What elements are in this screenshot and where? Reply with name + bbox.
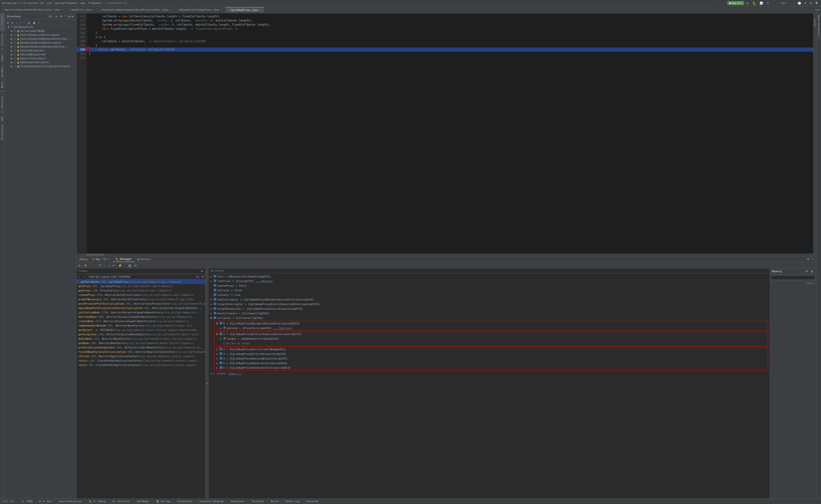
frame-item-11[interactable]: getObject:-1, 497208183 (org.springframe…	[77, 328, 205, 332]
var-arrow-cb-3[interactable]: ▶	[216, 352, 219, 356]
tree-item-1[interactable]: ▶ C 🔒 StaticUnadvisedInterceptor	[5, 33, 76, 37]
var-arrow-rootclass[interactable]: ▶	[210, 279, 213, 283]
vtab-database[interactable]: Database	[0, 64, 5, 79]
var-cb-5[interactable]: ▶ ≡ 5 = {CglibAopProxy$EqualsInterceptor…	[214, 361, 767, 366]
debug-tab-debugger[interactable]: 🐛 Debugger	[113, 257, 135, 262]
frame-item-16[interactable]: finishBeanFactoryInitialization:918, Abs…	[77, 350, 205, 354]
tree-item-4[interactable]: ▶ C 🔒 DynamicUnadvisedExposedInterp...	[5, 45, 76, 49]
var-maincallbacks[interactable]: ▶ ≡ mainCallbacks = {Callback[7]@2581}	[208, 311, 770, 316]
tree-collapse-btn[interactable]: ⊟	[10, 21, 14, 24]
frame-item-12[interactable]: getSingleton:234, DefaultSingletonBeanRe…	[77, 332, 205, 337]
debug-minimize-btn[interactable]: —	[810, 257, 815, 261]
debug-stop-btn[interactable]: ■	[89, 263, 93, 268]
vtab-maven[interactable]: 2: Maven	[0, 79, 5, 94]
tree-item-7[interactable]: ▶ C 🔒 EqualsInterceptor	[5, 56, 76, 60]
run-btn[interactable]: ▶	[746, 0, 750, 6]
breadcrumb-aop[interactable]: aop	[80, 2, 85, 5]
var-this[interactable]: ▶ ≡ this = {ObjenesisGlibAopProxy@2553}	[208, 274, 770, 279]
tab-close-4[interactable]: ×	[221, 9, 223, 11]
frame-item-13[interactable]: doGetBean:333, AbstractBeanFactory (org.…	[77, 337, 205, 341]
var-arrow-cb-5[interactable]: ▶	[216, 362, 219, 365]
tree-locate-btn[interactable]: ◎	[15, 21, 19, 24]
profile-btn[interactable]: ⏱	[765, 1, 770, 5]
search-btn[interactable]: 🔍	[814, 1, 820, 5]
var-arrow-maincallbacks[interactable]: ▶	[210, 312, 213, 315]
var-arrow-0-advised[interactable]: ▶	[220, 326, 222, 330]
frame-item-18[interactable]: <init>:144, ClassPathXmlApplicationConte…	[77, 359, 205, 363]
var-cb-2[interactable]: ▶ ≡ 2 = {CglibAopProxy$SerializableNoOp@…	[214, 347, 767, 352]
tree-item-3[interactable]: ▶ C 🔒 DynamicUnadvisedInterceptor	[5, 41, 76, 45]
var-aopinterceptor[interactable]: ▶ ≡ aopInterceptor = {CglibAopProxy$Dyna…	[208, 297, 770, 302]
tree-item-5[interactable]: ▶ C 🔒 StaticDispatcher	[5, 49, 76, 53]
status-run[interactable]: ▶ 4: Run	[39, 500, 52, 503]
tab-menu-btn[interactable]: ≡ ▾	[814, 8, 821, 12]
tree-expand-btn[interactable]: ⊞	[6, 21, 10, 24]
var-cb-3[interactable]: ▶ ≡ 3 = {CglibAopProxy$StaticDispatcher@…	[214, 352, 767, 356]
frame-item-5[interactable]: postProcessAfterInitialization:291, Abst…	[77, 302, 205, 306]
debug-pause-btn[interactable]: ⏸	[83, 263, 88, 268]
add-watch-btn[interactable]: +	[206, 382, 208, 385]
tree-sort-btn[interactable]: ↕	[41, 21, 44, 24]
sort-type-btn[interactable]: ⊞	[54, 14, 58, 18]
var-cb-1[interactable]: ▼ ≡ 1 = {CglibAopProxy$StaticUnadvisedIn…	[214, 332, 767, 337]
git-history-btn[interactable]: 🕐	[797, 1, 802, 5]
status-todo[interactable]: 6: TODO	[22, 500, 32, 503]
status-spring[interactable]: 🍃 Spring	[156, 500, 170, 503]
status-git[interactable]: ⎇ 9: Git	[2, 500, 15, 503]
memory-expand-btn[interactable]: ⊞	[810, 269, 814, 273]
var-cb-6[interactable]: ▶ ≡ 6 = {CglibAopProxy$HashCodeIntercept…	[214, 366, 767, 370]
tree-visibility-btn[interactable]: f	[19, 21, 22, 24]
scrollbar-thumb[interactable]	[814, 18, 816, 27]
var-arrow-aopinterceptor[interactable]: ▶	[210, 298, 213, 302]
frame-item-2[interactable]: getProxy:110, ProxyFactory (org.springfr…	[77, 288, 205, 293]
var-arrow-1-target[interactable]: ▶	[220, 337, 222, 341]
status-services[interactable]: 8: Services	[113, 500, 130, 503]
debug-step-over-btn[interactable]: ↷	[97, 263, 102, 268]
frame-item-3[interactable]: createProxy:478, AbstractAutoProxyCreato…	[77, 293, 205, 297]
vtab-favorites[interactable]: 2: Favorites	[0, 94, 5, 115]
var-isfrozen[interactable]: ▶ ≡ isFrozen = false	[208, 288, 770, 293]
frame-item-14[interactable]: getBean:208, AbstractBeanFactory (org.sp…	[77, 341, 205, 345]
frame-item-10[interactable]: lambda$doGetBean$0:335, AbstractBeanFact…	[77, 323, 205, 328]
app-run-btn[interactable]: ▶ App (1) ▾	[727, 1, 744, 5]
frames-filter-btn[interactable]: ⊞	[200, 269, 204, 273]
tree-item-2[interactable]: ▶ C 🔒 StaticUnadvisedExposedIntercept...	[5, 37, 76, 41]
frame-item-17[interactable]: refresh:583, AbstractApplicationContext …	[77, 354, 205, 359]
var-cb-4[interactable]: ▶ ≡ 4 = {CglibAopProxy$AdvisedDispatcher…	[214, 356, 767, 361]
frame-filter-btn[interactable]: ⊟	[200, 275, 205, 279]
tab-close-2[interactable]: ×	[93, 9, 95, 11]
tree-item-8[interactable]: ▶ C 🔒 HashCodeInterceptor	[5, 60, 76, 64]
status-eventlog[interactable]: Event Log	[286, 500, 299, 503]
git-revert-btn[interactable]: ↺	[803, 1, 807, 5]
frame-item-1[interactable]: getProxy:195, CglibAopProxy (org.springf…	[77, 284, 205, 288]
rootclass-navigate[interactable]: ... Navigate	[256, 279, 273, 283]
vtab-bean-validation[interactable]: Bean Validation	[816, 13, 821, 38]
debug-step-into-btn[interactable]: ↓	[103, 263, 107, 268]
vtab-structure[interactable]: 7: Structure	[0, 31, 5, 52]
tree-more-btn[interactable]: ≡	[37, 21, 40, 24]
debug-evaluate-btn[interactable]: ⚡	[117, 263, 123, 268]
debug-frames-btn[interactable]: ▤	[127, 263, 132, 268]
var-arrow-cb-0[interactable]: ▼	[216, 322, 219, 326]
status-visualgc[interactable]: VisualGC	[306, 500, 319, 503]
editor-hscrollbar[interactable]	[77, 254, 816, 256]
breadcrumb-springframework[interactable]: springframework	[55, 2, 77, 5]
tab-close[interactable]: ×	[62, 9, 63, 11]
tree-field-btn[interactable]: 🔒	[32, 21, 36, 24]
settings-btn[interactable]: ⚙	[809, 1, 813, 5]
var-arrow-cb-4[interactable]: ▶	[216, 357, 219, 361]
frame-item-4[interactable]: wrapIfNecessary:342, AbstractAutoProxyCr…	[77, 297, 205, 302]
var-targetdispatcher[interactable]: ▶ ≡ targetDispatcher = {CglibAopProxy$St…	[208, 307, 770, 311]
debug-tab-console[interactable]: ▤ Console	[135, 257, 153, 262]
tree-anon-btn[interactable]: ⚓	[27, 21, 31, 24]
back-btn[interactable]: ←	[715, 1, 720, 5]
git-push-btn[interactable]: ↑	[793, 1, 796, 5]
status-build[interactable]: Build	[271, 500, 279, 503]
status-java-enterprise[interactable]: Java Enterprise	[59, 500, 82, 503]
status-sequence[interactable]: Sequence Diagram	[199, 500, 224, 503]
breadcrumb-org[interactable]: org	[47, 2, 52, 5]
coverage-btn[interactable]: 📊	[759, 1, 764, 5]
breadcrumb-jar[interactable]: spring-aop-5.3.9-sources.jar	[1, 2, 44, 5]
tree-root[interactable]: ▼ C CglibAopProxy	[5, 25, 76, 29]
frame-item-19[interactable]: <init>:85, ClassPathXmlApplicationContex…	[77, 363, 205, 367]
